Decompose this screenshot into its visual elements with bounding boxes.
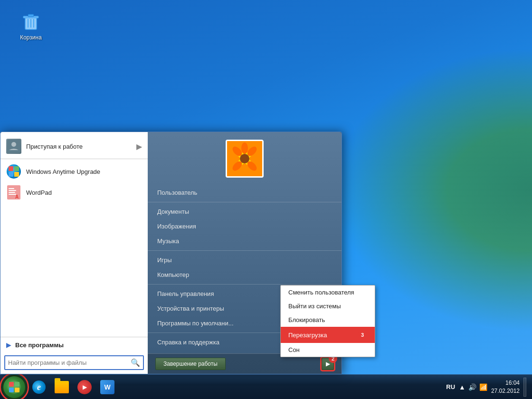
menu-item-pristaupaya-label: Приступая к работе: [26, 143, 83, 150]
user-avatar[interactable]: [226, 140, 264, 178]
search-input[interactable]: [8, 359, 128, 366]
menu-divider-1: [0, 159, 148, 159]
menu-item-wordpad[interactable]: A WordPad: [0, 182, 148, 203]
recycle-bin-icon[interactable]: Корзина: [14, 10, 48, 41]
ie-icon: [32, 380, 46, 394]
right-menu-sep-1: [148, 202, 342, 202]
work-icon: [6, 139, 21, 154]
shutdown-options-button[interactable]: ▶ 2: [322, 358, 334, 370]
menu-item-pristaupaya[interactable]: Приступая к работе ▶: [0, 136, 148, 157]
folder-icon: [55, 381, 69, 393]
context-menu-sleep[interactable]: Сон: [281, 343, 375, 357]
right-menu-sep-2: [148, 250, 342, 251]
right-menu-computer[interactable]: Компьютер: [148, 267, 342, 282]
start-menu-left-panel: Приступая к работе ▶ Windows Anytime Upg…: [0, 132, 148, 374]
start-button[interactable]: [2, 375, 27, 399]
taskbar-ie-button[interactable]: [28, 377, 49, 398]
start-menu-pinned-items: Приступая к работе ▶ Windows Anytime Upg…: [0, 132, 148, 337]
right-menu-images[interactable]: Изображения: [148, 219, 342, 234]
clock-time: 16:04: [491, 379, 520, 387]
context-menu-logout[interactable]: Выйти из системы: [281, 299, 375, 313]
svg-point-18: [249, 155, 261, 162]
right-menu-music[interactable]: Музыка: [148, 234, 342, 248]
search-button[interactable]: 🔍: [131, 358, 140, 367]
arrow-right-icon: ▶: [136, 142, 142, 151]
svg-point-20: [241, 163, 248, 175]
restart-item-row: Перезагрузка 3: [288, 330, 367, 340]
taskbar-media-button[interactable]: [74, 377, 95, 398]
language-indicator[interactable]: RU: [446, 383, 455, 390]
taskbar-pinned-icons: W: [28, 377, 118, 398]
right-menu-sep-3: [148, 284, 342, 285]
svg-point-7: [11, 142, 16, 147]
shutdown-arrow-icon: ▶: [326, 361, 330, 367]
network-icon[interactable]: 📶: [479, 383, 487, 391]
start-button-inner: [8, 380, 21, 394]
svg-point-24: [240, 154, 249, 163]
svg-point-22: [228, 155, 240, 162]
shutdown-arrow-container: ▶ 2: [322, 358, 334, 370]
svg-point-16: [241, 142, 248, 154]
taskbar-explorer-button[interactable]: [51, 377, 72, 398]
context-menu-lock[interactable]: Блокировать: [281, 313, 375, 327]
search-box: 🔍: [4, 355, 144, 370]
system-clock[interactable]: 16:04 27.02.2012: [491, 379, 520, 395]
restart-badge: 3: [358, 330, 367, 340]
context-menu-shutdown: Сменить пользователя Выйти из системы Бл…: [280, 285, 375, 357]
svg-rect-10: [9, 190, 16, 191]
svg-rect-2: [28, 14, 34, 17]
show-desktop-button[interactable]: [523, 378, 526, 397]
recycle-bin-graphic: [19, 10, 42, 32]
windows-logo-icon: [9, 382, 19, 392]
all-programs-label: Все программы: [15, 342, 64, 349]
recycle-bin-label: Корзина: [20, 34, 42, 41]
svg-rect-9: [9, 188, 14, 189]
right-menu-documents[interactable]: Документы: [148, 204, 342, 219]
clock-date: 27.02.2012: [491, 387, 520, 395]
wordpad-icon: A: [6, 185, 21, 200]
live-icon: W: [100, 380, 114, 394]
all-programs-button[interactable]: ▶ Все программы: [0, 337, 148, 352]
right-menu-user[interactable]: Пользователь: [148, 185, 342, 200]
svg-rect-11: [9, 192, 15, 193]
taskbar: W RU ▲ 🔊 📶 16:04 27.02.2012: [0, 374, 532, 399]
expand-systray-icon[interactable]: ▲: [459, 383, 466, 391]
menu-item-wau-label: Windows Anytime Upgrade: [26, 168, 100, 175]
all-programs-arrow-icon: ▶: [6, 341, 11, 349]
menu-item-wau[interactable]: Windows Anytime Upgrade: [0, 161, 148, 182]
shutdown-button[interactable]: Завершение работы: [155, 358, 226, 370]
context-menu-switch-user[interactable]: Сменить пользователя: [281, 285, 375, 299]
desktop: Корзина Приступая к работе ▶: [0, 0, 532, 399]
wau-icon: [6, 164, 21, 179]
taskbar-live-button[interactable]: W: [97, 377, 118, 398]
right-menu-games[interactable]: Игры: [148, 253, 342, 267]
context-menu-restart[interactable]: Перезагрузка 3: [281, 327, 375, 343]
menu-item-wordpad-label: WordPad: [26, 189, 52, 196]
volume-icon[interactable]: 🔊: [468, 383, 476, 391]
user-avatar-area: [148, 132, 342, 181]
systray: ▲ 🔊 📶: [459, 383, 487, 391]
media-icon: [77, 380, 92, 394]
svg-text:A: A: [15, 194, 19, 200]
taskbar-right: RU ▲ 🔊 📶 16:04 27.02.2012: [446, 378, 530, 397]
